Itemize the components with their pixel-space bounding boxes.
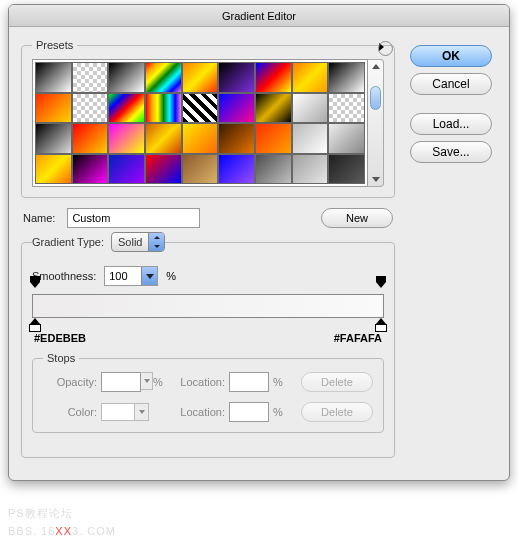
preset-swatch[interactable]: [328, 154, 365, 185]
stops-group: Stops Opacity: % Location: % Delete Colo…: [32, 352, 384, 433]
new-button[interactable]: New: [321, 208, 393, 228]
stops-legend: Stops: [43, 352, 79, 364]
preset-swatch[interactable]: [292, 62, 329, 93]
preset-swatch[interactable]: [328, 123, 365, 154]
preset-swatch[interactable]: [292, 123, 329, 154]
smoothness-dropdown-icon[interactable]: [141, 267, 157, 285]
gradient-type-select[interactable]: Solid: [111, 232, 165, 252]
presets-legend: Presets: [32, 39, 77, 51]
preset-swatch[interactable]: [255, 62, 292, 93]
color-stop-right[interactable]: [375, 318, 387, 332]
preset-swatch[interactable]: [255, 93, 292, 124]
preset-swatch[interactable]: [292, 93, 329, 124]
color-label: Color:: [43, 406, 101, 418]
preset-swatch[interactable]: [328, 62, 365, 93]
preset-swatch[interactable]: [35, 123, 72, 154]
preset-swatch[interactable]: [328, 93, 365, 124]
opacity-label: Opacity:: [43, 376, 101, 388]
title-bar[interactable]: Gradient Editor: [9, 5, 509, 27]
opacity-location-input[interactable]: [229, 372, 269, 392]
preset-swatch[interactable]: [35, 93, 72, 124]
color-location-input[interactable]: [229, 402, 269, 422]
preset-swatch[interactable]: [108, 123, 145, 154]
preset-swatch[interactable]: [182, 93, 219, 124]
color-dropdown-icon[interactable]: [135, 403, 149, 421]
preset-swatch[interactable]: [35, 62, 72, 93]
smoothness-unit: %: [166, 270, 176, 282]
preset-swatch[interactable]: [182, 123, 219, 154]
preset-swatch-grid: [32, 59, 368, 187]
gradient-editor-dialog: Gradient Editor Presets Name:: [8, 4, 510, 481]
presets-flyout-icon[interactable]: [379, 43, 384, 51]
preset-swatch[interactable]: [145, 123, 182, 154]
preset-scrollbar[interactable]: [368, 59, 384, 187]
preset-swatch[interactable]: [218, 93, 255, 124]
opacity-dropdown-icon[interactable]: [141, 372, 153, 390]
window-title: Gradient Editor: [222, 10, 296, 22]
scroll-down-icon[interactable]: [372, 177, 380, 182]
preset-swatch[interactable]: [182, 62, 219, 93]
opacity-input[interactable]: [101, 372, 141, 392]
presets-group: Presets: [21, 39, 395, 198]
preset-swatch[interactable]: [108, 93, 145, 124]
preset-swatch[interactable]: [72, 123, 109, 154]
name-input[interactable]: [67, 208, 200, 228]
preset-swatch[interactable]: [72, 93, 109, 124]
color-location-label: Location:: [169, 406, 229, 418]
opacity-stop-left[interactable]: [30, 282, 40, 294]
preset-swatch[interactable]: [218, 154, 255, 185]
scroll-up-icon[interactable]: [372, 64, 380, 69]
preset-swatch[interactable]: [218, 123, 255, 154]
save-button[interactable]: Save...: [410, 141, 492, 163]
opacity-unit: %: [153, 376, 169, 388]
color-location-unit: %: [273, 406, 289, 418]
left-color-hex: #EDEBEB: [34, 332, 86, 344]
gradient-type-group: Gradient Type: Solid Smoothness: %: [21, 232, 395, 458]
preset-swatch[interactable]: [255, 123, 292, 154]
preset-swatch[interactable]: [108, 154, 145, 185]
preset-swatch[interactable]: [72, 62, 109, 93]
preset-swatch[interactable]: [255, 154, 292, 185]
right-color-hex: #FAFAFA: [334, 332, 382, 344]
preset-swatch[interactable]: [218, 62, 255, 93]
delete-color-stop-button[interactable]: Delete: [301, 402, 373, 422]
delete-opacity-stop-button[interactable]: Delete: [301, 372, 373, 392]
opacity-stop-right[interactable]: [376, 282, 386, 294]
preset-swatch[interactable]: [72, 154, 109, 185]
gradient-type-label: Gradient Type:: [32, 236, 104, 248]
scroll-thumb[interactable]: [370, 86, 381, 110]
load-button[interactable]: Load...: [410, 113, 492, 135]
opacity-location-label: Location:: [169, 376, 229, 388]
opacity-location-unit: %: [273, 376, 289, 388]
preset-swatch[interactable]: [145, 93, 182, 124]
cancel-button[interactable]: Cancel: [410, 73, 492, 95]
preset-swatch[interactable]: [145, 62, 182, 93]
smoothness-field[interactable]: [104, 266, 158, 286]
color-stop-left[interactable]: [29, 318, 41, 332]
gradient-bar[interactable]: [32, 294, 384, 318]
smoothness-label: Smoothness:: [32, 270, 96, 282]
watermark: PS教程论坛 BBS. 16XX3. COM: [8, 506, 116, 538]
preset-swatch[interactable]: [292, 154, 329, 185]
preset-swatch[interactable]: [145, 154, 182, 185]
ok-button[interactable]: OK: [410, 45, 492, 67]
color-well[interactable]: [101, 403, 135, 421]
gradient-bar-wrap: [32, 294, 384, 318]
smoothness-input[interactable]: [105, 267, 141, 285]
preset-swatch[interactable]: [108, 62, 145, 93]
preset-swatch[interactable]: [182, 154, 219, 185]
name-label: Name:: [23, 212, 55, 224]
gradient-type-value: Solid: [118, 236, 148, 248]
preset-swatch[interactable]: [35, 154, 72, 185]
